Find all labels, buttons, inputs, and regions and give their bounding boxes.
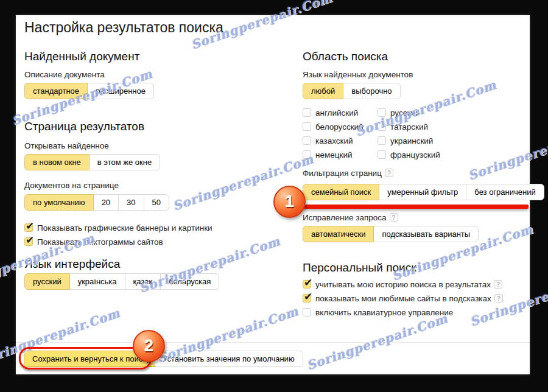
- lang-row: французский: [378, 150, 440, 159]
- checkbox-keyboard-control-label: включить клавиатурное управление: [315, 308, 453, 317]
- section-personal-search: Персональный поиск: [303, 261, 416, 275]
- checkbox-lang-russian[interactable]: [378, 108, 386, 117]
- checkbox-lang-english[interactable]: [303, 108, 311, 117]
- open-found-label: Открывать найденное: [24, 141, 109, 150]
- toggle-moderate-filter[interactable]: умеренный фильтр: [379, 184, 466, 200]
- toggle-lang-uk[interactable]: українська: [69, 273, 125, 290]
- lang-label: украинский: [390, 136, 433, 145]
- footer-separator: [16, 342, 530, 343]
- toggle-standard[interactable]: стандартное: [24, 83, 88, 99]
- lang-label: немецкий: [315, 150, 352, 159]
- lang-row: русский: [378, 108, 440, 117]
- checkbox-lang-french[interactable]: [378, 150, 386, 159]
- checkbox-lang-tatar[interactable]: [378, 122, 386, 131]
- checkbox-keyboard-control[interactable]: [303, 308, 311, 317]
- checkbox-show-favicons-label: Показывать пиктограммы сайтов: [37, 237, 163, 247]
- filtering-help-icon[interactable]: ?: [385, 169, 393, 177]
- interface-language-toggle-group: русский українська қазақ беларуская: [24, 273, 219, 290]
- toggle-new-window[interactable]: в новом окне: [24, 154, 90, 170]
- section-search-area: Область поиска: [303, 50, 388, 63]
- lang-label: белорусский: [315, 122, 364, 131]
- checkbox-show-banners[interactable]: [24, 223, 33, 232]
- lang-label: французский: [390, 150, 440, 159]
- checkbox-show-favicons[interactable]: [24, 237, 33, 246]
- toggle-extended[interactable]: расширенное: [87, 83, 154, 99]
- lang-label: английский: [315, 108, 358, 117]
- filtering-label-row: Фильтрация страниц?: [303, 169, 393, 178]
- toggle-auto-correction[interactable]: автоматически: [303, 226, 374, 242]
- doc-language-toggle-group: любой выборочно: [303, 83, 401, 99]
- toggle-lang-be[interactable]: беларуская: [160, 273, 219, 290]
- checkbox-use-history-label: учитывать мою историю поиска в результат…: [315, 280, 491, 289]
- correction-help-icon[interactable]: ?: [390, 213, 398, 222]
- description-label: Описание документа: [24, 70, 105, 79]
- section-found-document: Найденный документ: [24, 50, 139, 63]
- lang-row: белорусский: [303, 122, 378, 131]
- correction-label-row: Исправление запроса?: [303, 213, 398, 222]
- per-page-label: Документов на странице: [24, 181, 119, 190]
- toggle-lang-ru[interactable]: русский: [24, 273, 70, 290]
- reset-defaults-button[interactable]: Установить значения по умолчанию: [154, 351, 303, 367]
- checkbox-show-banners-label: Показывать графические баннеры и картинк…: [37, 223, 213, 233]
- open-found-toggle-group: в новом окне в этом же окне: [24, 154, 160, 170]
- checkbox-lang-german[interactable]: [303, 150, 311, 159]
- lang-row: татарский: [378, 122, 440, 131]
- lang-label: татарский: [390, 122, 428, 131]
- toggle-family-search[interactable]: семейный поиск: [303, 184, 379, 200]
- filtering-toggle-group: семейный поиск умеренный фильтр без огра…: [303, 184, 544, 200]
- toggle-lang-kk[interactable]: қазақ: [125, 273, 161, 290]
- language-checkbox-grid: английский русский белорусский татарский…: [303, 108, 440, 164]
- toggle-any-language[interactable]: любой: [303, 83, 343, 99]
- section-results-page: Страница результатов: [24, 120, 144, 133]
- doc-language-label: Язык найденных документов: [303, 70, 413, 79]
- annotation-step-2-badge: 2: [133, 330, 165, 362]
- checkbox-row-history: учитывать мою историю поиска в результат…: [303, 279, 502, 289]
- toggle-default-count[interactable]: по умолчанию: [24, 194, 94, 211]
- toggle-suggest-variants[interactable]: подсказывать варианты: [373, 226, 479, 242]
- checkbox-lang-kazakh[interactable]: [303, 136, 311, 145]
- favorites-help-icon[interactable]: ?: [494, 294, 503, 303]
- checkbox-row-keyboard: включить клавиатурное управление: [303, 307, 453, 317]
- lang-label: казахский: [315, 136, 353, 145]
- toggle-same-window[interactable]: в этом же окне: [89, 154, 160, 170]
- page-title: Настройка результатов поиска: [24, 19, 223, 36]
- section-interface-language: Язык интерфейса: [24, 257, 120, 271]
- checkbox-row-banners: Показывать графические баннеры и картинк…: [24, 223, 213, 233]
- checkbox-lang-ukrainian[interactable]: [378, 136, 386, 145]
- description-toggle-group: стандартное расширенное: [24, 83, 154, 99]
- correction-toggle-group: автоматически подсказывать варианты: [303, 226, 479, 242]
- checkbox-use-history[interactable]: [303, 280, 311, 289]
- lang-row: казахский: [303, 136, 378, 145]
- checkbox-show-favorites[interactable]: [303, 294, 311, 303]
- toggle-no-limits[interactable]: без ограничений: [466, 184, 544, 200]
- settings-card: Настройка результатов поиска Найденный д…: [16, 15, 530, 374]
- checkbox-lang-belarusian[interactable]: [303, 122, 311, 131]
- lang-label: русский: [390, 108, 420, 117]
- toggle-30[interactable]: 30: [118, 194, 144, 211]
- per-page-toggle-group: по умолчанию 20 30 50: [24, 194, 169, 211]
- lang-row: английский: [303, 108, 378, 117]
- history-help-icon[interactable]: ?: [494, 280, 502, 289]
- checkbox-row-favicons: Показывать пиктограммы сайтов: [24, 237, 163, 247]
- annotation-step-1-badge: 1: [273, 186, 306, 218]
- filtering-label: Фильтрация страниц: [303, 169, 382, 178]
- lang-row: украинский: [378, 136, 440, 145]
- toggle-selective-language[interactable]: выборочно: [343, 83, 400, 99]
- toggle-20[interactable]: 20: [93, 194, 119, 211]
- screenshot-root: Настройка результатов поиска Найденный д…: [0, 0, 548, 392]
- toggle-50[interactable]: 50: [144, 194, 169, 211]
- correction-label: Исправление запроса: [303, 213, 387, 222]
- checkbox-show-favorites-label: показывать мои любимые сайты в подсказка…: [315, 294, 491, 303]
- lang-row: немецкий: [303, 150, 378, 159]
- annotation-red-underline: [303, 205, 529, 209]
- annotation-red-ring: [19, 347, 152, 369]
- checkbox-row-favorites: показывать мои любимые сайты в подсказка…: [303, 293, 503, 303]
